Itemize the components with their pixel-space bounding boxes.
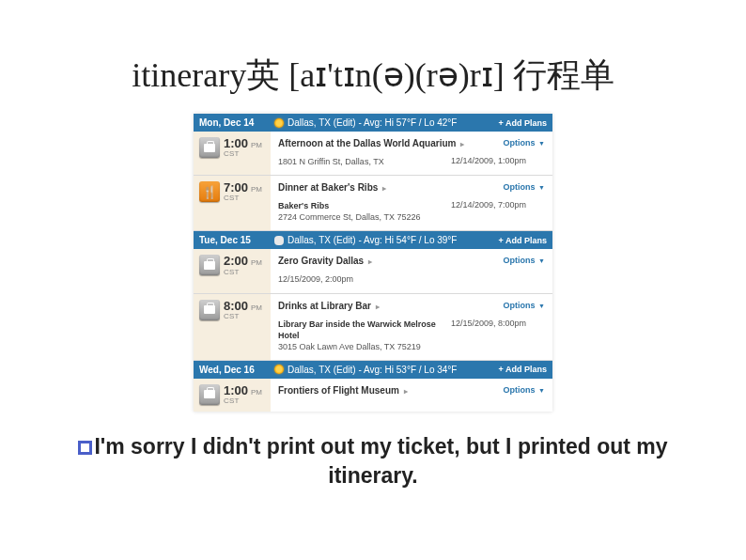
add-plans-link[interactable]: + Add Plans <box>499 118 547 128</box>
suitcase-icon <box>199 137 220 158</box>
suitcase-icon <box>199 300 220 320</box>
event-row: 8:00PMCSTOptions ▼Drinks at Library Bar … <box>194 294 552 361</box>
event-location: 12/15/2009, 2:00pm <box>278 273 545 285</box>
bullet-icon <box>78 441 92 455</box>
cloud-icon <box>274 236 284 245</box>
event-time: 7:00 <box>224 181 248 194</box>
example-sentence: I'm sorry I didn't print out my ticket, … <box>0 432 746 490</box>
food-icon: 🍴 <box>199 181 220 202</box>
weather-text: Dallas, TX (Edit) - Avg: Hi 54°F / Lo 39… <box>288 235 457 245</box>
options-link[interactable]: Options ▼ <box>504 138 545 148</box>
event-datetime: 12/15/2009, 8:00pm <box>451 319 545 352</box>
add-plans-link[interactable]: + Add Plans <box>499 365 547 374</box>
add-plans-link[interactable]: + Add Plans <box>499 236 547 245</box>
options-link[interactable]: Options ▼ <box>504 301 545 310</box>
event-row: 2:00PMCSTOptions ▼Zero Gravity Dallas ▸1… <box>194 249 552 293</box>
event-time-col: 8:00PMCST <box>194 294 271 360</box>
sentence-text: I'm sorry I didn't print out my ticket, … <box>94 434 667 488</box>
day-date: Wed, Dec 16 <box>199 365 274 375</box>
itinerary-widget: Mon, Dec 14Dallas, TX (Edit) - Avg: Hi 5… <box>194 114 552 412</box>
event-time: 2:00 <box>224 255 248 268</box>
event-tz: CST <box>224 397 262 406</box>
event-tz: CST <box>224 194 262 203</box>
event-ampm: PM <box>251 389 262 397</box>
chevron-right-icon: ▸ <box>376 303 380 311</box>
day-date: Tue, Dec 15 <box>199 235 274 245</box>
event-location: Library Bar inside the Warwick Melrose H… <box>278 319 451 352</box>
event-time-col: 1:00PMCST <box>194 379 271 412</box>
caret-down-icon: ▼ <box>538 140 545 147</box>
event-ampm: PM <box>251 259 262 268</box>
event-row: 🍴7:00PMCSTOptions ▼Dinner at Baker's Rib… <box>194 176 552 231</box>
event-tz: CST <box>224 269 262 277</box>
options-link[interactable]: Options ▼ <box>504 182 545 192</box>
sun-icon <box>274 118 284 128</box>
event-ampm: PM <box>251 142 262 150</box>
day-header: Wed, Dec 16Dallas, TX (Edit) - Avg: Hi 5… <box>194 361 552 379</box>
day-header: Tue, Dec 15Dallas, TX (Edit) - Avg: Hi 5… <box>194 231 552 249</box>
chevron-right-icon: ▸ <box>382 184 386 193</box>
day-weather: Dallas, TX (Edit) - Avg: Hi 53°F / Lo 34… <box>274 365 499 375</box>
event-location: 1801 N Griffin St, Dallas, TX <box>278 156 451 167</box>
caret-down-icon: ▼ <box>538 184 545 191</box>
event-time-col: 2:00PMCST <box>194 249 271 292</box>
event-tz: CST <box>224 150 262 159</box>
day-weather: Dallas, TX (Edit) - Avg: Hi 57°F / Lo 42… <box>274 117 499 128</box>
options-link[interactable]: Options ▼ <box>504 385 545 395</box>
suitcase-icon <box>199 255 220 275</box>
event-row: 1:00PMCSTOptions ▼Frontiers of Flight Mu… <box>194 379 552 412</box>
event-time: 1:00 <box>224 384 248 397</box>
caret-down-icon: ▼ <box>538 387 545 394</box>
event-time-col: 1:00PMCST <box>194 132 271 175</box>
event-datetime: 12/14/2009, 7:00pm <box>451 200 545 223</box>
event-ampm: PM <box>251 186 262 194</box>
day-header: Mon, Dec 14Dallas, TX (Edit) - Avg: Hi 5… <box>194 114 552 132</box>
caret-down-icon: ▼ <box>538 257 545 264</box>
event-time: 8:00 <box>224 300 248 313</box>
day-weather: Dallas, TX (Edit) - Avg: Hi 54°F / Lo 39… <box>274 235 499 245</box>
sun-icon <box>274 365 284 374</box>
event-ampm: PM <box>251 304 262 313</box>
event-datetime: 12/14/2009, 1:00pm <box>451 156 545 167</box>
event-row: 1:00PMCSTOptions ▼Afternoon at the Dalla… <box>194 132 552 176</box>
chevron-right-icon: ▸ <box>404 387 408 396</box>
chevron-right-icon: ▸ <box>460 140 464 148</box>
options-link[interactable]: Options ▼ <box>504 256 545 265</box>
event-time-col: 🍴7:00PMCST <box>194 176 271 230</box>
day-date: Mon, Dec 14 <box>199 117 274 128</box>
event-tz: CST <box>224 313 262 321</box>
event-time: 1:00 <box>224 137 248 150</box>
chevron-right-icon: ▸ <box>368 257 372 266</box>
caret-down-icon: ▼ <box>538 303 545 309</box>
weather-text: Dallas, TX (Edit) - Avg: Hi 53°F / Lo 34… <box>288 365 457 375</box>
event-location: Baker's Ribs2724 Commerce St, Dallas, TX… <box>278 200 451 223</box>
suitcase-icon <box>199 384 220 405</box>
page-title: itinerary英 [aɪ'tɪn(ə)(rə)rɪ] 行程单 <box>0 0 746 114</box>
weather-text: Dallas, TX (Edit) - Avg: Hi 57°F / Lo 42… <box>288 117 457 128</box>
